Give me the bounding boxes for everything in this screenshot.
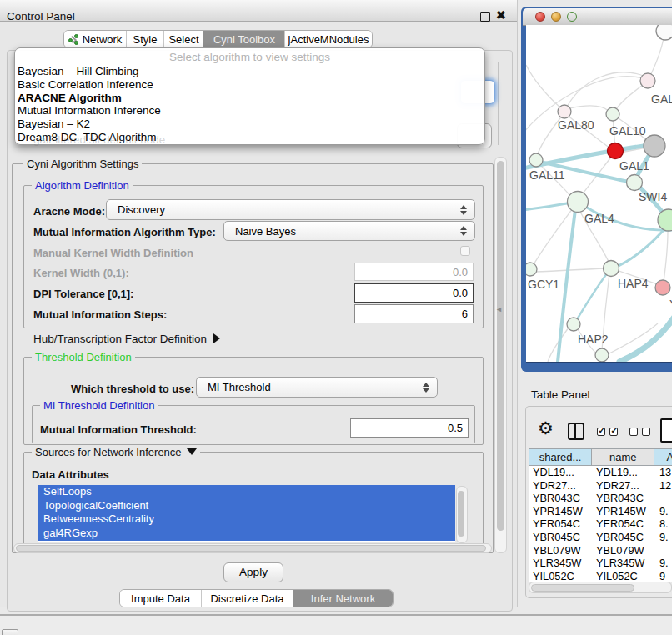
- hub-definition-label: Hub/Transcription Factor Definition: [33, 332, 207, 345]
- unchecked-box-icon: [642, 428, 650, 436]
- settings-scrollbar-thumb[interactable]: [497, 161, 504, 531]
- tab-label: Discretize Data: [210, 592, 283, 605]
- table-cell: 9: [655, 570, 672, 582]
- settings-vertical-scrollbar[interactable]: [494, 157, 507, 553]
- table-cell: YBR043C: [529, 492, 592, 505]
- table-cell: YIL052C: [529, 570, 592, 582]
- mi-threshold-field[interactable]: 0.5: [350, 418, 469, 438]
- column-header-shared[interactable]: shared...: [529, 449, 592, 465]
- which-threshold-label: Which threshold to use:: [71, 382, 194, 395]
- network-node-swi4[interactable]: [627, 175, 643, 191]
- tab-style[interactable]: Style: [126, 31, 163, 48]
- zoom-traffic-light-icon[interactable]: [567, 12, 577, 22]
- table-horizontal-scrollbar[interactable]: [529, 582, 672, 593]
- table-row[interactable]: YBL079WYBL079W: [529, 544, 672, 558]
- network-node-label: GCY1: [528, 278, 559, 291]
- gear-icon[interactable]: ⚙: [538, 419, 554, 437]
- table-row[interactable]: YIL052CYIL052C9: [529, 570, 672, 582]
- which-threshold-combo[interactable]: MI Threshold: [196, 377, 438, 398]
- network-node-gal11[interactable]: [529, 153, 543, 167]
- aracne-mode-value: Discovery: [107, 203, 165, 216]
- network-node-label: GAL80: [558, 118, 594, 132]
- network-node-gcy1[interactable]: [526, 262, 537, 276]
- table-scrollbar-thumb[interactable]: [531, 584, 634, 592]
- control-panel-titlebar[interactable]: [0, 0, 517, 22]
- network-canvas[interactable]: GALGAL80GAL10GAL1GAL11SWI4GAL4GCY1HAP4YH…: [526, 25, 672, 362]
- table-row[interactable]: YPR145WYPR145W9.: [529, 505, 672, 518]
- table-cell: YLR345W: [529, 557, 592, 570]
- table-cell: YIL052C: [592, 570, 655, 582]
- algorithm-option[interactable]: Bayesian – Hill Climbing: [18, 65, 476, 78]
- attribute-list-item[interactable]: BetweennessCentrality: [38, 512, 455, 527]
- hub-definition-toggle[interactable]: Hub/Transcription Factor Definition: [33, 332, 220, 345]
- bottom-tab-infer-network[interactable]: Infer Network: [293, 590, 393, 607]
- table-row[interactable]: YDL19...YDL19...13: [529, 466, 672, 479]
- tab-select[interactable]: Select: [163, 31, 203, 48]
- table-row[interactable]: YBR045CYBR045C9.: [529, 531, 672, 544]
- algorithm-option[interactable]: Bayesian – K2: [18, 118, 476, 131]
- table-row[interactable]: YER054CYER054C8.: [529, 518, 672, 531]
- attribute-list-item[interactable]: gal4RGexp: [38, 527, 455, 541]
- algorithm-option[interactable]: ARACNE Algorithm: [18, 92, 476, 105]
- network-node-hap2[interactable]: [567, 318, 580, 331]
- apply-button[interactable]: Apply: [223, 562, 283, 582]
- dpi-tolerance-field[interactable]: 0.0: [354, 283, 474, 302]
- split-columns-icon[interactable]: [568, 422, 584, 440]
- attributes-list-scrollbar[interactable]: [456, 486, 468, 543]
- manual-kernel-checkbox[interactable]: [460, 246, 470, 256]
- bottom-tab-impute-data[interactable]: Impute Data: [120, 590, 201, 607]
- minimize-traffic-light-icon[interactable]: [551, 12, 561, 22]
- table-panel-title: Table Panel: [531, 388, 590, 401]
- horizontal-scrollbar-thumb[interactable]: [16, 545, 486, 552]
- attributes-scrollbar-thumb[interactable]: [458, 491, 464, 537]
- tab-label: Infer Network: [311, 592, 375, 605]
- tab-network[interactable]: Network: [64, 31, 126, 48]
- data-attributes-list[interactable]: SelfLoopsTopologicalCoefficientBetweenne…: [38, 485, 455, 542]
- algorithm-option[interactable]: Basic Correlation Inference: [18, 78, 476, 92]
- tab-cyni-toolbox[interactable]: Cyni Toolbox: [203, 31, 284, 48]
- combo-arrows-icon: [460, 205, 467, 215]
- network-node[interactable]: [658, 209, 672, 231]
- node-table: shared...nameA YDL19...YDL19...13YDR27..…: [529, 448, 672, 582]
- algorithm-option[interactable]: Mutual Information Inference: [18, 104, 476, 118]
- network-node-gal1[interactable]: [608, 143, 624, 159]
- network-node-hap4[interactable]: [604, 261, 619, 277]
- network-edge-highlighted: [558, 203, 576, 362]
- mi-type-label: Mutual Information Algorithm Type:: [33, 226, 216, 238]
- aracne-mode-combo[interactable]: Discovery: [106, 199, 475, 220]
- hide-columns-button[interactable]: [629, 428, 650, 436]
- network-node-gal4[interactable]: [568, 192, 589, 212]
- sources-title-row[interactable]: Sources for Network Inference: [32, 446, 200, 458]
- combo-arrows-icon: [460, 226, 467, 236]
- tab-jactivemnodules[interactable]: jActiveMNodules: [284, 31, 372, 48]
- table-cell: YLR345W: [592, 557, 655, 570]
- table-row[interactable]: YDR27...YDR27...12: [529, 479, 672, 492]
- network-node[interactable]: [595, 348, 609, 362]
- network-edge: [614, 83, 645, 112]
- network-node-gal[interactable]: [640, 73, 655, 88]
- network-node[interactable]: [644, 135, 665, 157]
- network-edge-highlighted: [613, 225, 668, 268]
- network-node[interactable]: [656, 25, 672, 40]
- close-icon[interactable]: ✖: [496, 8, 506, 22]
- network-node-y[interactable]: [655, 280, 670, 295]
- attribute-list-item[interactable]: TopologicalCoefficient: [38, 499, 455, 513]
- document-icon[interactable]: [660, 418, 672, 442]
- settings-horizontal-scrollbar[interactable]: [13, 543, 492, 553]
- attribute-list-item[interactable]: SelfLoops: [38, 485, 455, 499]
- bottom-strip: [0, 616, 672, 635]
- kernel-width-field[interactable]: 0.0: [354, 262, 474, 281]
- table-row[interactable]: YBR043CYBR043C: [529, 492, 672, 505]
- column-header-name[interactable]: name: [592, 449, 654, 465]
- network-node-gal80[interactable]: [558, 105, 571, 118]
- table-row[interactable]: YLR345WYLR345W9.: [529, 557, 672, 570]
- collapsed-panel-button[interactable]: [2, 629, 18, 635]
- bottom-tab-discretize-data[interactable]: Discretize Data: [201, 590, 293, 607]
- mi-steps-field[interactable]: 6: [354, 304, 474, 323]
- show-selected-columns-button[interactable]: [597, 428, 618, 436]
- float-window-icon[interactable]: [480, 12, 490, 22]
- mi-type-combo[interactable]: Naive Bayes: [223, 221, 475, 241]
- network-node-gal10[interactable]: [606, 108, 619, 121]
- close-traffic-light-icon[interactable]: [535, 12, 545, 22]
- column-header-a[interactable]: A: [654, 449, 672, 465]
